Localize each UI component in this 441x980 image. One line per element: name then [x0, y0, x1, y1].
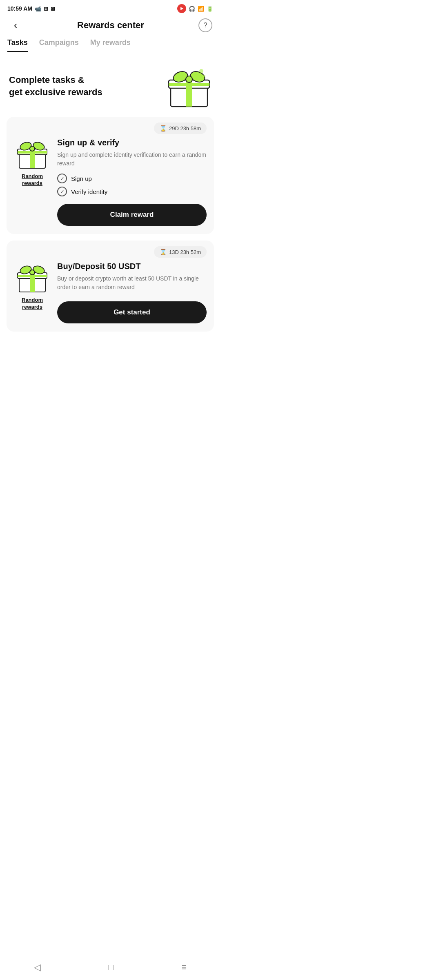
tasks-list: ⌛ 29D 23h 58m Random rewards [0, 117, 220, 344]
camera-icon: 📹 [35, 6, 41, 12]
svg-rect-5 [186, 86, 192, 107]
task-left-signup: Random rewards [14, 138, 51, 226]
help-icon: ? [203, 21, 207, 29]
svg-point-9 [199, 69, 203, 73]
task-timer-signup: ⌛ 29D 23h 58m [7, 117, 214, 134]
checklist-label-verify: Verify identity [71, 188, 107, 195]
hourglass-icon-deposit: ⌛ [160, 249, 167, 255]
timer-badge-deposit: ⌛ 13D 23h 52m [154, 246, 207, 258]
task-body-signup: Random rewards Sign up & verify Sign up … [7, 134, 214, 226]
bluetooth-icon: 🎧 [189, 6, 195, 12]
checklist-label-signup: Sign up [71, 175, 92, 182]
task-right-deposit: Buy/Deposit 50 USDT Buy or deposit crypt… [57, 262, 207, 323]
task-card-signup: ⌛ 29D 23h 58m Random rewards [7, 117, 214, 234]
expand-icon: ⊞ [44, 6, 48, 12]
tab-tasks[interactable]: Tasks [7, 38, 28, 52]
svg-rect-21 [18, 275, 47, 277]
back-button[interactable]: ‹ [8, 18, 23, 33]
hero-gift-image [167, 64, 212, 109]
hero-banner: Complete tasks & get exclusive rewards [0, 52, 220, 117]
checklist-item-signup: ✓ Sign up [57, 174, 207, 183]
svg-point-17 [30, 146, 35, 151]
task-desc-deposit: Buy or deposit crypto worth at least 50 … [57, 274, 207, 292]
timer-value-deposit: 13D 23h 52m [169, 249, 201, 255]
status-bar: 10:59 AM 📹 ⊞ ⊠ 🎧 📶 🔋 [0, 0, 220, 16]
reward-label-signup: Random rewards [14, 173, 51, 187]
page-title: Rewards center [77, 20, 144, 31]
battery-icon: 🔋 [207, 6, 213, 12]
hero-line2: get exclusive rewards [9, 87, 102, 97]
timer-badge-signup: ⌛ 29D 23h 58m [154, 122, 207, 134]
timer-value-signup: 29D 23h 58m [169, 125, 201, 131]
status-left: 10:59 AM 📹 ⊞ ⊠ [7, 5, 55, 12]
tab-my-rewards[interactable]: My rewards [90, 38, 131, 52]
reward-label-deposit: Random rewards [14, 297, 51, 311]
svg-point-24 [30, 270, 35, 275]
back-icon: ‹ [14, 20, 17, 31]
hourglass-icon: ⌛ [160, 125, 167, 131]
task-body-deposit: Random rewards Buy/Deposit 50 USDT Buy o… [7, 258, 214, 323]
task-desc-signup: Sign up and complete identity verificati… [57, 151, 207, 168]
claim-reward-button[interactable]: Claim reward [57, 204, 207, 226]
record-icon [177, 4, 186, 13]
task-timer-deposit: ⌛ 13D 23h 52m [7, 241, 214, 258]
header: ‹ Rewards center ? [0, 16, 220, 37]
svg-point-8 [186, 76, 192, 82]
task-title-deposit: Buy/Deposit 50 USDT [57, 262, 207, 271]
status-right: 🎧 📶 🔋 [177, 4, 213, 13]
hero-line1: Complete tasks & [9, 75, 85, 85]
checklist-item-verify: ✓ Verify identity [57, 187, 207, 196]
signal-icon: 📶 [198, 6, 204, 12]
check-icon-verify: ✓ [57, 187, 67, 196]
grid-icon: ⊠ [51, 6, 55, 12]
svg-point-10 [203, 75, 205, 77]
svg-marker-0 [180, 7, 183, 10]
hero-text: Complete tasks & get exclusive rewards [9, 74, 102, 98]
svg-rect-4 [169, 83, 209, 86]
task-checklist-signup: ✓ Sign up ✓ Verify identity [57, 174, 207, 196]
task-card-deposit: ⌛ 13D 23h 52m Random rewards [7, 241, 214, 332]
gift-icon-deposit [16, 262, 49, 294]
gift-icon-signup [16, 138, 49, 171]
task-title-signup: Sign up & verify [57, 138, 207, 147]
get-started-button[interactable]: Get started [57, 301, 207, 323]
tab-campaigns[interactable]: Campaigns [39, 38, 79, 52]
check-icon-signup: ✓ [57, 174, 67, 183]
help-button[interactable]: ? [198, 18, 212, 32]
task-left-deposit: Random rewards [14, 262, 51, 323]
status-time: 10:59 AM [7, 5, 32, 12]
task-right-signup: Sign up & verify Sign up and complete id… [57, 138, 207, 226]
tab-bar: Tasks Campaigns My rewards [0, 37, 220, 52]
